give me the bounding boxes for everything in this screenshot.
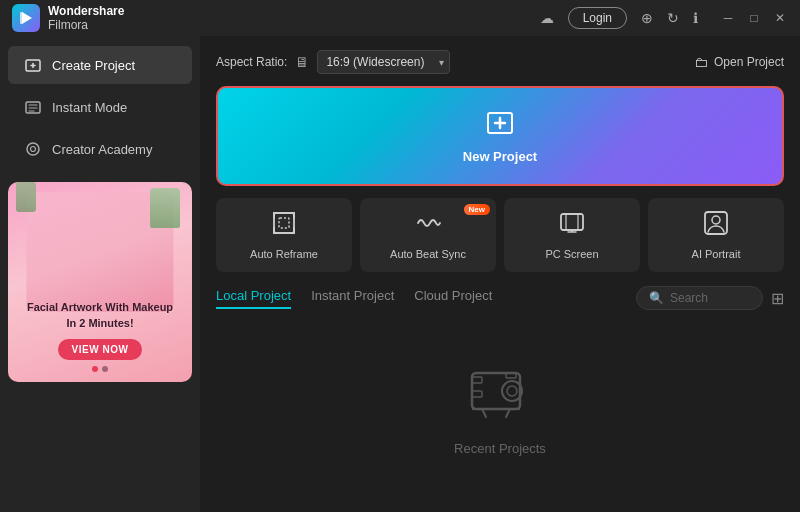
cloud-icon[interactable]: ☁ xyxy=(540,10,554,26)
app-title: Wondershare Filmora xyxy=(48,4,124,33)
auto-reframe-icon xyxy=(271,210,297,242)
dot-2 xyxy=(102,366,108,372)
folder-icon: 🗀 xyxy=(694,54,708,70)
search-icon: 🔍 xyxy=(649,291,664,305)
ai-portrait-icon xyxy=(703,210,729,242)
sidebar-item-label-academy: Creator Academy xyxy=(52,142,152,157)
titlebar-right: ☁ Login ⊕ ↻ ℹ ─ □ ✕ xyxy=(540,7,788,29)
open-project-button[interactable]: 🗀 Open Project xyxy=(694,54,784,70)
tab-cloud-project[interactable]: Cloud Project xyxy=(414,288,492,309)
auto-beat-sync-icon xyxy=(415,210,441,242)
feature-pc-screen[interactable]: PC Screen xyxy=(504,198,640,272)
new-project-label: New Project xyxy=(463,149,537,164)
svg-rect-14 xyxy=(274,213,294,233)
feature-label-auto-beat-sync: Auto Beat Sync xyxy=(390,248,466,260)
info-icon[interactable]: ℹ xyxy=(693,10,698,26)
svg-point-21 xyxy=(712,216,720,224)
feature-auto-beat-sync[interactable]: New Auto Beat Sync xyxy=(360,198,496,272)
aspect-ratio-label: Aspect Ratio: xyxy=(216,55,287,69)
login-button[interactable]: Login xyxy=(568,7,627,29)
sidebar-item-creator-academy[interactable]: Creator Academy xyxy=(8,130,192,168)
new-project-icon xyxy=(485,108,515,145)
dot-1 xyxy=(92,366,98,372)
minimize-button[interactable]: ─ xyxy=(720,11,736,25)
svg-point-24 xyxy=(507,386,517,396)
sidebar-item-label-instant: Instant Mode xyxy=(52,100,127,115)
content-area: Aspect Ratio: 🖥 16:9 (Widescreen) 4:3 1:… xyxy=(200,36,800,512)
creator-academy-icon xyxy=(24,140,42,158)
main-layout: Create Project Instant Mode Creator Ac xyxy=(0,36,800,512)
feature-label-pc-screen: PC Screen xyxy=(545,248,598,260)
aspect-ratio-control: Aspect Ratio: 🖥 16:9 (Widescreen) 4:3 1:… xyxy=(216,50,450,74)
sidebar-item-label-create: Create Project xyxy=(52,58,135,73)
sidebar-item-instant-mode[interactable]: Instant Mode xyxy=(8,88,192,126)
pc-screen-icon xyxy=(559,210,585,242)
ad-text: Facial Artwork With Makeup In 2 Minutes! xyxy=(27,300,173,331)
sidebar-item-create-project[interactable]: Create Project xyxy=(8,46,192,84)
tab-instant-project[interactable]: Instant Project xyxy=(311,288,394,309)
empty-state-label: Recent Projects xyxy=(454,441,546,456)
svg-rect-25 xyxy=(472,377,482,383)
ad-view-now-button[interactable]: VIEW NOW xyxy=(58,339,143,360)
download-icon[interactable]: ⊕ xyxy=(641,10,653,26)
aspect-select[interactable]: 16:9 (Widescreen) 4:3 1:1 9:16 xyxy=(317,50,450,74)
tabs-right: 🔍 ⊞ xyxy=(636,286,784,310)
badge-new: New xyxy=(464,204,490,215)
tab-local-project[interactable]: Local Project xyxy=(216,288,291,309)
svg-rect-26 xyxy=(472,391,482,397)
svg-point-9 xyxy=(27,143,39,155)
maximize-button[interactable]: □ xyxy=(746,11,762,25)
svg-rect-16 xyxy=(561,214,583,230)
titlebar: Wondershare Filmora ☁ Login ⊕ ↻ ℹ ─ □ ✕ xyxy=(0,0,800,36)
feature-label-ai-portrait: AI Portrait xyxy=(692,248,741,260)
ad-dots xyxy=(92,366,108,372)
sidebar-ad: Facial Artwork With Makeup In 2 Minutes!… xyxy=(8,182,192,382)
svg-rect-1 xyxy=(20,12,23,24)
feature-label-auto-reframe: Auto Reframe xyxy=(250,248,318,260)
sidebar: Create Project Instant Mode Creator Ac xyxy=(0,36,200,512)
projects-tabs: Local Project Instant Project Cloud Proj… xyxy=(216,286,784,310)
search-box[interactable]: 🔍 xyxy=(636,286,763,310)
instant-mode-icon xyxy=(24,98,42,116)
create-project-icon xyxy=(24,56,42,74)
svg-rect-15 xyxy=(279,218,289,228)
projects-section: Local Project Instant Project Cloud Proj… xyxy=(216,286,784,498)
feature-grid: Auto Reframe New Auto Beat Sync xyxy=(216,198,784,272)
close-button[interactable]: ✕ xyxy=(772,11,788,25)
titlebar-left: Wondershare Filmora xyxy=(12,4,124,33)
topbar: Aspect Ratio: 🖥 16:9 (Widescreen) 4:3 1:… xyxy=(216,50,784,74)
svg-rect-17 xyxy=(566,214,578,230)
svg-marker-0 xyxy=(22,12,32,24)
film-icon xyxy=(468,365,532,433)
grid-toggle-button[interactable]: ⊞ xyxy=(771,289,784,308)
window-controls: ─ □ ✕ xyxy=(720,11,788,25)
aspect-select-wrap[interactable]: 16:9 (Widescreen) 4:3 1:1 9:16 xyxy=(317,50,450,74)
new-project-card[interactable]: New Project xyxy=(216,86,784,186)
app-logo xyxy=(12,4,40,32)
feature-auto-reframe[interactable]: Auto Reframe xyxy=(216,198,352,272)
search-input[interactable] xyxy=(670,291,750,305)
monitor-icon: 🖥 xyxy=(295,54,309,70)
feature-ai-portrait[interactable]: AI Portrait xyxy=(648,198,784,272)
tabs-left: Local Project Instant Project Cloud Proj… xyxy=(216,288,492,309)
svg-point-10 xyxy=(31,147,36,152)
empty-state: Recent Projects xyxy=(216,322,784,498)
svg-rect-27 xyxy=(506,373,516,378)
refresh-icon[interactable]: ↻ xyxy=(667,10,679,26)
